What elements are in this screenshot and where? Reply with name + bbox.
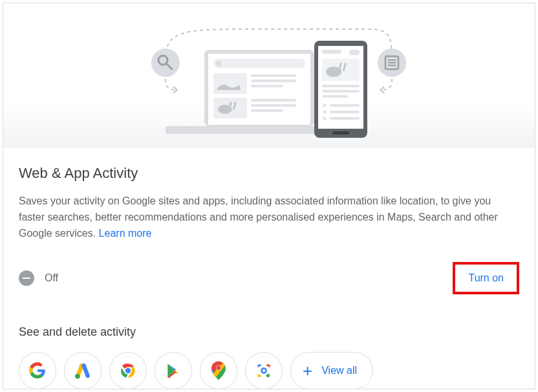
svg-point-48	[266, 374, 270, 377]
main-content: Web & App Activity Saves your activity o…	[3, 148, 535, 294]
activity-card: Web & App Activity Saves your activity o…	[3, 3, 535, 389]
svg-rect-21	[251, 99, 296, 102]
status-row: Off Turn on	[19, 262, 519, 294]
svg-rect-13	[213, 73, 247, 94]
svg-rect-37	[330, 104, 360, 107]
svg-rect-22	[251, 104, 296, 107]
hero-illustration	[3, 3, 535, 148]
view-all-label: View all	[321, 365, 357, 376]
svg-point-36	[323, 104, 327, 107]
plus-icon: +	[303, 362, 312, 379]
turn-on-button[interactable]: Turn on	[463, 270, 509, 287]
description-text: Saves your activity on Google sites and …	[19, 195, 498, 239]
svg-rect-14	[251, 74, 296, 77]
svg-rect-15	[251, 80, 296, 82]
play-store-icon[interactable]	[155, 352, 192, 389]
svg-rect-28	[349, 50, 360, 55]
svg-rect-26	[332, 131, 349, 135]
status-label: Off	[45, 272, 58, 284]
page-title: Web & App Activity	[19, 165, 519, 182]
svg-rect-33	[322, 85, 360, 87]
view-all-button[interactable]: + View all	[290, 352, 373, 389]
svg-point-40	[323, 117, 327, 120]
svg-rect-11	[213, 59, 305, 68]
svg-point-38	[323, 111, 327, 114]
activity-section: See and delete activity + V	[3, 325, 535, 389]
svg-point-12	[216, 61, 221, 66]
status-off-icon	[19, 270, 34, 286]
description: Saves your activity on Google sites and …	[19, 193, 519, 241]
svg-rect-23	[251, 109, 283, 112]
google-search-icon[interactable]	[19, 352, 56, 389]
google-ads-icon[interactable]	[64, 352, 102, 389]
svg-rect-27	[322, 50, 341, 54]
chrome-icon[interactable]	[109, 352, 147, 389]
activity-heading: See and delete activity	[19, 325, 519, 339]
google-maps-icon[interactable]	[200, 352, 237, 389]
devices-illustration	[127, 11, 411, 140]
svg-point-50	[263, 369, 265, 372]
status-left: Off	[19, 270, 58, 286]
svg-rect-34	[322, 90, 360, 93]
svg-rect-16	[251, 85, 283, 87]
svg-point-42	[75, 374, 80, 379]
turn-on-highlight: Turn on	[453, 262, 519, 294]
svg-rect-39	[330, 111, 360, 113]
google-lens-icon[interactable]	[245, 352, 283, 389]
learn-more-link[interactable]: Learn more	[99, 228, 152, 239]
svg-rect-41	[330, 117, 360, 120]
app-chips-row: + View all	[19, 352, 519, 389]
svg-rect-10	[166, 126, 321, 134]
svg-rect-35	[322, 95, 348, 98]
svg-point-47	[217, 366, 221, 371]
